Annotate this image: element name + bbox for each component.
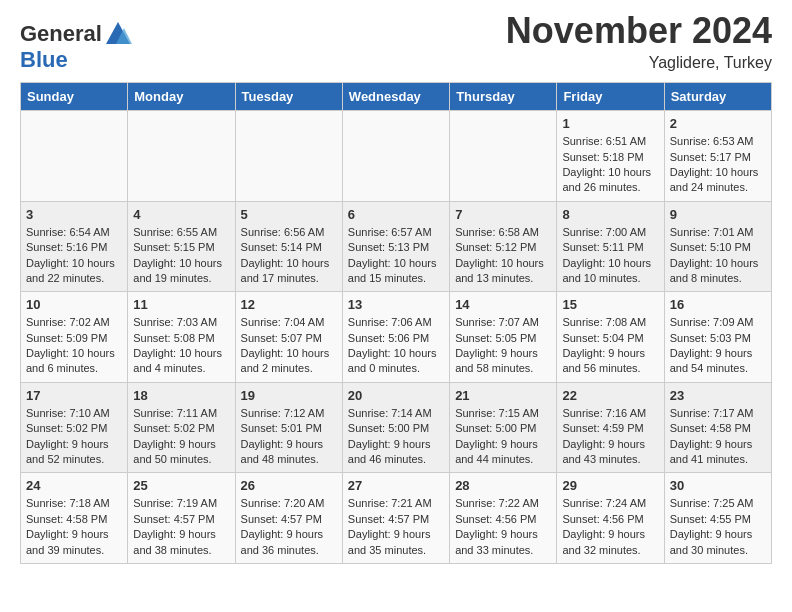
day-content: Sunrise: 7:19 AM Sunset: 4:57 PM Dayligh… xyxy=(133,496,229,558)
day-content: Sunrise: 7:22 AM Sunset: 4:56 PM Dayligh… xyxy=(455,496,551,558)
calendar-cell: 19Sunrise: 7:12 AM Sunset: 5:01 PM Dayli… xyxy=(235,382,342,473)
day-of-week-header: Friday xyxy=(557,83,664,111)
logo-blue-text: Blue xyxy=(20,48,132,72)
calendar-cell: 16Sunrise: 7:09 AM Sunset: 5:03 PM Dayli… xyxy=(664,292,771,383)
day-number: 5 xyxy=(241,207,337,222)
calendar-cell xyxy=(21,111,128,202)
day-content: Sunrise: 7:14 AM Sunset: 5:00 PM Dayligh… xyxy=(348,406,444,468)
day-content: Sunrise: 7:20 AM Sunset: 4:57 PM Dayligh… xyxy=(241,496,337,558)
day-number: 6 xyxy=(348,207,444,222)
day-content: Sunrise: 6:58 AM Sunset: 5:12 PM Dayligh… xyxy=(455,225,551,287)
calendar-table: SundayMondayTuesdayWednesdayThursdayFrid… xyxy=(20,82,772,564)
calendar-cell: 11Sunrise: 7:03 AM Sunset: 5:08 PM Dayli… xyxy=(128,292,235,383)
calendar-cell: 14Sunrise: 7:07 AM Sunset: 5:05 PM Dayli… xyxy=(450,292,557,383)
day-number: 1 xyxy=(562,116,658,131)
day-content: Sunrise: 7:03 AM Sunset: 5:08 PM Dayligh… xyxy=(133,315,229,377)
calendar-cell xyxy=(235,111,342,202)
calendar-cell: 2Sunrise: 6:53 AM Sunset: 5:17 PM Daylig… xyxy=(664,111,771,202)
day-number: 7 xyxy=(455,207,551,222)
calendar-cell: 5Sunrise: 6:56 AM Sunset: 5:14 PM Daylig… xyxy=(235,201,342,292)
calendar-cell: 22Sunrise: 7:16 AM Sunset: 4:59 PM Dayli… xyxy=(557,382,664,473)
calendar-cell: 26Sunrise: 7:20 AM Sunset: 4:57 PM Dayli… xyxy=(235,473,342,564)
day-of-week-header: Thursday xyxy=(450,83,557,111)
day-number: 25 xyxy=(133,478,229,493)
calendar-week-row: 17Sunrise: 7:10 AM Sunset: 5:02 PM Dayli… xyxy=(21,382,772,473)
calendar-cell xyxy=(128,111,235,202)
day-number: 17 xyxy=(26,388,122,403)
day-content: Sunrise: 7:01 AM Sunset: 5:10 PM Dayligh… xyxy=(670,225,766,287)
calendar-cell: 18Sunrise: 7:11 AM Sunset: 5:02 PM Dayli… xyxy=(128,382,235,473)
day-content: Sunrise: 7:15 AM Sunset: 5:00 PM Dayligh… xyxy=(455,406,551,468)
calendar-cell: 24Sunrise: 7:18 AM Sunset: 4:58 PM Dayli… xyxy=(21,473,128,564)
day-content: Sunrise: 6:53 AM Sunset: 5:17 PM Dayligh… xyxy=(670,134,766,196)
page-header: General Blue November 2024 Yaglidere, Tu… xyxy=(20,10,772,72)
calendar-cell: 1Sunrise: 6:51 AM Sunset: 5:18 PM Daylig… xyxy=(557,111,664,202)
day-content: Sunrise: 7:25 AM Sunset: 4:55 PM Dayligh… xyxy=(670,496,766,558)
calendar-cell: 17Sunrise: 7:10 AM Sunset: 5:02 PM Dayli… xyxy=(21,382,128,473)
day-number: 27 xyxy=(348,478,444,493)
day-content: Sunrise: 7:10 AM Sunset: 5:02 PM Dayligh… xyxy=(26,406,122,468)
day-content: Sunrise: 7:02 AM Sunset: 5:09 PM Dayligh… xyxy=(26,315,122,377)
day-of-week-header: Saturday xyxy=(664,83,771,111)
day-number: 23 xyxy=(670,388,766,403)
calendar-header-row: SundayMondayTuesdayWednesdayThursdayFrid… xyxy=(21,83,772,111)
day-content: Sunrise: 6:55 AM Sunset: 5:15 PM Dayligh… xyxy=(133,225,229,287)
calendar-cell xyxy=(450,111,557,202)
day-number: 11 xyxy=(133,297,229,312)
day-content: Sunrise: 6:54 AM Sunset: 5:16 PM Dayligh… xyxy=(26,225,122,287)
calendar-week-row: 24Sunrise: 7:18 AM Sunset: 4:58 PM Dayli… xyxy=(21,473,772,564)
day-content: Sunrise: 7:12 AM Sunset: 5:01 PM Dayligh… xyxy=(241,406,337,468)
day-number: 4 xyxy=(133,207,229,222)
day-content: Sunrise: 7:07 AM Sunset: 5:05 PM Dayligh… xyxy=(455,315,551,377)
day-number: 26 xyxy=(241,478,337,493)
calendar-cell: 25Sunrise: 7:19 AM Sunset: 4:57 PM Dayli… xyxy=(128,473,235,564)
day-number: 19 xyxy=(241,388,337,403)
location-title: Yaglidere, Turkey xyxy=(506,54,772,72)
calendar-week-row: 3Sunrise: 6:54 AM Sunset: 5:16 PM Daylig… xyxy=(21,201,772,292)
month-title: November 2024 xyxy=(506,10,772,52)
day-number: 22 xyxy=(562,388,658,403)
day-number: 13 xyxy=(348,297,444,312)
day-content: Sunrise: 7:21 AM Sunset: 4:57 PM Dayligh… xyxy=(348,496,444,558)
calendar-cell: 6Sunrise: 6:57 AM Sunset: 5:13 PM Daylig… xyxy=(342,201,449,292)
calendar-cell: 12Sunrise: 7:04 AM Sunset: 5:07 PM Dayli… xyxy=(235,292,342,383)
calendar-cell: 10Sunrise: 7:02 AM Sunset: 5:09 PM Dayli… xyxy=(21,292,128,383)
calendar-week-row: 1Sunrise: 6:51 AM Sunset: 5:18 PM Daylig… xyxy=(21,111,772,202)
day-content: Sunrise: 7:16 AM Sunset: 4:59 PM Dayligh… xyxy=(562,406,658,468)
day-number: 10 xyxy=(26,297,122,312)
day-number: 21 xyxy=(455,388,551,403)
day-content: Sunrise: 7:04 AM Sunset: 5:07 PM Dayligh… xyxy=(241,315,337,377)
day-number: 14 xyxy=(455,297,551,312)
day-number: 2 xyxy=(670,116,766,131)
day-of-week-header: Sunday xyxy=(21,83,128,111)
day-content: Sunrise: 6:56 AM Sunset: 5:14 PM Dayligh… xyxy=(241,225,337,287)
calendar-cell: 8Sunrise: 7:00 AM Sunset: 5:11 PM Daylig… xyxy=(557,201,664,292)
calendar-cell: 23Sunrise: 7:17 AM Sunset: 4:58 PM Dayli… xyxy=(664,382,771,473)
logo-general-text: General xyxy=(20,22,102,46)
day-content: Sunrise: 7:00 AM Sunset: 5:11 PM Dayligh… xyxy=(562,225,658,287)
day-number: 20 xyxy=(348,388,444,403)
day-content: Sunrise: 7:18 AM Sunset: 4:58 PM Dayligh… xyxy=(26,496,122,558)
day-content: Sunrise: 7:08 AM Sunset: 5:04 PM Dayligh… xyxy=(562,315,658,377)
day-number: 8 xyxy=(562,207,658,222)
calendar-cell xyxy=(342,111,449,202)
day-content: Sunrise: 7:17 AM Sunset: 4:58 PM Dayligh… xyxy=(670,406,766,468)
calendar-cell: 9Sunrise: 7:01 AM Sunset: 5:10 PM Daylig… xyxy=(664,201,771,292)
calendar-cell: 4Sunrise: 6:55 AM Sunset: 5:15 PM Daylig… xyxy=(128,201,235,292)
calendar-cell: 27Sunrise: 7:21 AM Sunset: 4:57 PM Dayli… xyxy=(342,473,449,564)
calendar-cell: 13Sunrise: 7:06 AM Sunset: 5:06 PM Dayli… xyxy=(342,292,449,383)
calendar-cell: 29Sunrise: 7:24 AM Sunset: 4:56 PM Dayli… xyxy=(557,473,664,564)
day-content: Sunrise: 7:11 AM Sunset: 5:02 PM Dayligh… xyxy=(133,406,229,468)
day-number: 16 xyxy=(670,297,766,312)
calendar-cell: 20Sunrise: 7:14 AM Sunset: 5:00 PM Dayli… xyxy=(342,382,449,473)
day-number: 3 xyxy=(26,207,122,222)
day-number: 28 xyxy=(455,478,551,493)
day-content: Sunrise: 7:09 AM Sunset: 5:03 PM Dayligh… xyxy=(670,315,766,377)
logo: General Blue xyxy=(20,20,132,72)
title-area: November 2024 Yaglidere, Turkey xyxy=(506,10,772,72)
day-number: 15 xyxy=(562,297,658,312)
logo-icon xyxy=(104,20,132,48)
day-number: 18 xyxy=(133,388,229,403)
day-number: 12 xyxy=(241,297,337,312)
day-content: Sunrise: 7:06 AM Sunset: 5:06 PM Dayligh… xyxy=(348,315,444,377)
